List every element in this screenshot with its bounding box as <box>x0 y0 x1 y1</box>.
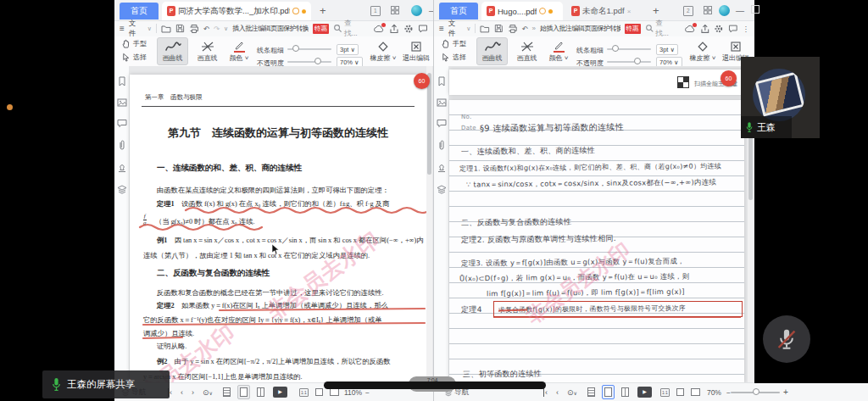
bookmark-icon[interactable] <box>118 76 126 86</box>
thickness-slider[interactable] <box>607 48 651 50</box>
hand-tool[interactable]: 手型 <box>121 39 147 48</box>
single-page-view-selected[interactable] <box>237 385 250 399</box>
single-page-view-selected[interactable] <box>602 385 615 399</box>
search-box[interactable]: 查找... <box>333 19 364 39</box>
screen-share-indicator[interactable]: 王森的屏幕共享 <box>42 370 170 398</box>
mic-muted-button[interactable] <box>763 315 810 363</box>
close-tab-icon[interactable]: × <box>627 8 632 15</box>
feedback-chat-icon[interactable] <box>418 24 428 34</box>
hamburger-icon[interactable]: ≡ <box>120 24 125 33</box>
share-scrub-bar[interactable] <box>324 382 546 389</box>
select-tool[interactable]: 选择 <box>441 53 466 62</box>
thumbnail-icon[interactable] <box>117 98 127 107</box>
two-page-view-icon[interactable] <box>621 387 629 397</box>
new-tab-button[interactable]: + <box>653 4 659 17</box>
feedback-chat-icon[interactable] <box>728 24 738 34</box>
new-tab-button[interactable]: + <box>320 4 326 17</box>
bookmark-icon[interactable] <box>437 76 446 86</box>
promo-badge[interactable]: 特惠 <box>313 24 329 34</box>
view-mode-dropdown[interactable]: ⊙∨ <box>203 388 213 397</box>
fit-width-button[interactable] <box>315 388 323 396</box>
first-page-button[interactable]: ‹ <box>543 388 548 397</box>
layers-icon[interactable] <box>117 185 127 194</box>
save-icon[interactable] <box>494 24 504 33</box>
cloud-sync-icon[interactable] <box>373 24 385 34</box>
actual-size-button[interactable]: 1:1 <box>660 388 670 397</box>
zoom-level[interactable]: 70% <box>707 388 721 397</box>
undo-icon[interactable]: ↶ <box>521 25 527 33</box>
opacity-slider[interactable] <box>287 61 331 63</box>
select-tool[interactable]: 选择 <box>121 53 147 62</box>
share-icon[interactable] <box>700 24 710 34</box>
exit-edit-button[interactable]: 退出编辑 <box>400 37 432 65</box>
promo-ball-badge[interactable]: 60 <box>414 73 430 89</box>
hand-tool[interactable]: 手型 <box>441 39 466 48</box>
fit-page-button[interactable] <box>691 388 700 396</box>
home-tab[interactable]: 首页 <box>439 3 478 19</box>
thumbnail-icon[interactable] <box>437 98 447 107</box>
attachment-icon[interactable] <box>437 140 446 151</box>
zoom-level[interactable]: 110% <box>344 388 362 397</box>
promo-ball-badge[interactable]: 60 <box>721 70 737 86</box>
ribbon-menu-items[interactable]: 插入批注编辑页面保护转换 <box>232 24 309 33</box>
presentation-play-button[interactable]: ▶ <box>637 387 652 398</box>
ribbon-menu-items[interactable]: 始插入批注编辑页面保护转换 <box>540 24 620 33</box>
right-doc-tab-1[interactable]: P Hugo....pdf <box>481 2 563 20</box>
two-page-view-icon[interactable] <box>257 387 264 397</box>
maximize-button[interactable] <box>751 5 760 14</box>
left-scrollbar[interactable] <box>426 66 432 383</box>
file-menu[interactable]: 文件 <box>129 19 143 39</box>
fit-page-button[interactable] <box>330 388 339 396</box>
zoom-out-button[interactable]: − <box>365 388 370 397</box>
grid-view-icon[interactable] <box>704 6 712 14</box>
continuous-view-icon[interactable] <box>223 387 231 397</box>
stamp-icon[interactable] <box>117 163 127 173</box>
redo-icon[interactable]: ↷ <box>214 25 220 33</box>
more-vertical-icon[interactable]: ⋮ <box>742 25 749 33</box>
fit-width-button[interactable] <box>676 388 684 396</box>
webcam-overlay[interactable]: 王森 <box>741 57 820 138</box>
comment-icon[interactable] <box>117 119 127 128</box>
color-tool[interactable]: 颜色 ˅ <box>545 37 572 65</box>
file-menu[interactable]: 文件 <box>448 19 463 39</box>
gear-icon[interactable] <box>403 24 414 34</box>
search-box[interactable]: 查找... <box>645 19 676 39</box>
prev-page-button[interactable]: ‹ <box>556 388 559 397</box>
continuous-view-icon[interactable] <box>587 387 595 397</box>
draw-line-tool[interactable]: 画直线 <box>511 37 542 65</box>
page-layout-icon[interactable]: 1 <box>370 6 381 16</box>
view-mode-dropdown[interactable]: ⊙∨ <box>567 388 577 397</box>
account-avatar[interactable] <box>719 5 730 16</box>
right-note-page[interactable]: No. Date §9 连续函数运算与初等函数的连续性 一、连续函数和、差、积、… <box>449 100 744 383</box>
cloud-sync-icon[interactable] <box>684 24 696 34</box>
share-icon[interactable] <box>389 24 399 34</box>
thickness-slider[interactable] <box>287 48 331 50</box>
draw-line-tool[interactable]: 画直线 <box>192 37 223 65</box>
zoom-slider[interactable] <box>731 392 780 393</box>
right-doc-tab-2[interactable]: P 未命名1.pdf × <box>566 2 646 20</box>
zoom-in-button[interactable]: + <box>783 387 788 397</box>
grid-view-icon[interactable] <box>391 6 399 14</box>
page-layout-icon[interactable]: 2 <box>683 6 693 16</box>
left-pdf-page[interactable]: 第一章 函数与极限 第九节 连续函数的运算与初等函数的连续性 一、连续函数的和、… <box>130 75 426 383</box>
home-tab[interactable]: 首页 <box>120 3 159 19</box>
stamp-icon[interactable] <box>437 163 447 173</box>
opacity-slider[interactable] <box>607 61 651 63</box>
undo-icon[interactable]: ↶ <box>203 25 209 33</box>
draw-curve-tool[interactable]: 画曲线 <box>157 37 188 65</box>
presentation-play-button[interactable]: ▶ <box>273 387 287 398</box>
print-icon[interactable] <box>508 24 518 34</box>
left-doc-tab[interactable]: P 同济大学高等数学..._加水印.pdf <box>162 2 311 20</box>
promo-badge[interactable]: 特惠 <box>625 24 641 34</box>
open-folder-icon[interactable] <box>161 24 171 34</box>
attachment-icon[interactable] <box>118 140 126 151</box>
more-tools-icon[interactable]: ∨ <box>224 25 228 32</box>
open-folder-icon[interactable] <box>480 24 490 34</box>
comment-icon[interactable] <box>437 119 447 128</box>
draw-curve-tool[interactable]: 画曲线 <box>476 37 508 65</box>
print-icon[interactable] <box>189 24 199 34</box>
actual-size-button[interactable]: 1:1 <box>299 388 309 397</box>
eraser-tool[interactable]: 橡皮擦 ˅ <box>369 37 398 65</box>
save-icon[interactable] <box>175 24 185 33</box>
eraser-tool[interactable]: 橡皮擦 ˅ <box>688 37 717 65</box>
